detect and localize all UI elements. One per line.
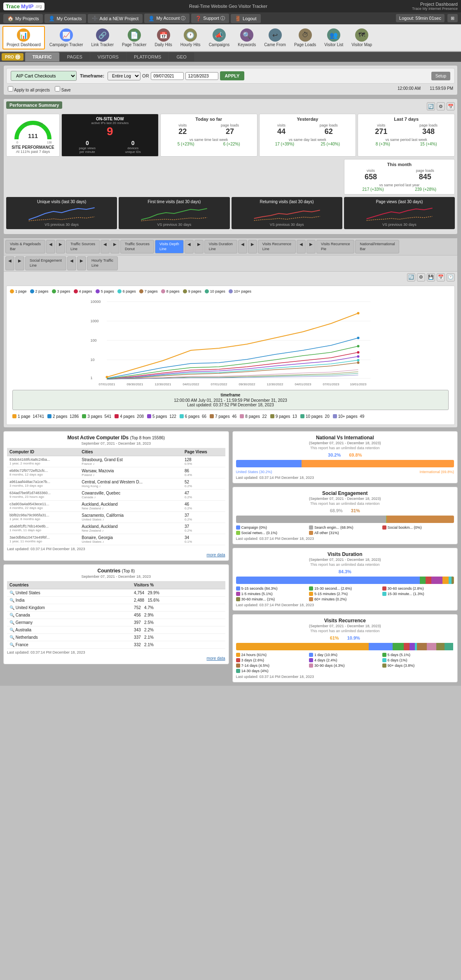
cell-computer-id: a961aaf448ac7a1ce7b... 3 months, 19 days… [7, 478, 79, 489]
tab-pages[interactable]: PAGES [60, 52, 90, 61]
chart-clock-icon[interactable]: 🕐 [447, 273, 455, 281]
toolbar-hourly-hits[interactable]: 🕐 Hourly Hits [177, 26, 204, 49]
apply-all-checkbox[interactable] [8, 86, 13, 91]
toolbar-visitor-list[interactable]: 👥 Visitor List [321, 26, 347, 49]
toolbar-daily-hits[interactable]: 📅 Daily Hits [151, 26, 176, 49]
gauge-panel: 111 0 70 100 130 SITE PERFORMANCE At 111… [6, 114, 60, 157]
nav-add-project[interactable]: ➕Add a NEW Project [88, 14, 143, 23]
nav-support[interactable]: ❓Support ⓘ [191, 14, 229, 23]
vrl-14-30: 14-30 days (4%) [236, 669, 308, 673]
tab-visits-recurrence-pie[interactable]: Visits RecurrencePie [316, 240, 354, 253]
nav-prev-4[interactable]: ◀ [238, 240, 247, 253]
toolbar-keywords[interactable]: 🔍 Keywords [234, 26, 260, 49]
end-date-input[interactable] [185, 72, 218, 80]
tab-social-engagement-line[interactable]: Social EngagementLine [25, 256, 66, 270]
toolbar-campaigns[interactable]: 📣 Campaigns [205, 26, 234, 49]
apply-all-label[interactable]: Apply to all projects [8, 86, 50, 92]
most-active-more[interactable]: more data [7, 553, 225, 557]
tab-visits-duration-line[interactable]: Visits DurationLine [204, 240, 237, 253]
project-select[interactable]: AIP Cart Checkouts [11, 71, 77, 81]
timeframe-range-select[interactable]: Entire Log [108, 72, 140, 80]
tab-visitors[interactable]: VISITORS [90, 52, 126, 61]
sl-label-3: 3 pages 541 [87, 414, 111, 419]
nav-prev-2[interactable]: ◀ [101, 240, 110, 253]
nav-next-7[interactable]: ▶ [77, 256, 86, 270]
vdl-1-5min: 1-5 minutes (5.1%) [236, 592, 308, 596]
chart-refresh-icon[interactable]: 🔄 [407, 273, 415, 281]
last7-visits-col: visits 271 [375, 123, 387, 136]
countries-updated: Last updated: 03:37:14 PM December 18, 2… [7, 650, 225, 654]
cell-city: Central, Central and Western D... Hong K… [79, 478, 182, 489]
toolbar-link-tracker[interactable]: 🔗 Link Tracker [88, 26, 117, 49]
logo-trace: Trace [6, 3, 20, 9]
nat-int-dates: (September 07, 2021 - December 18, 2023) [236, 441, 454, 445]
tab-visits-pageloads-bar[interactable]: Visits & PageloadsBar [5, 240, 45, 253]
sl-dot-2 [47, 414, 51, 418]
chart-download-icon[interactable]: 💾 [427, 273, 435, 281]
cell-visitors-pct: 752 4.7% [131, 604, 225, 611]
vis-dur-pct: 84.3% [236, 569, 454, 574]
tab-geo[interactable]: GEO [169, 52, 194, 61]
tab-national-bar[interactable]: National/InternationalBar [355, 240, 399, 253]
vis-dur-title: Visits Duration [236, 551, 454, 557]
cell-computer-id: 3ae3db8a10472e49f6f... 1 year, 11 months… [7, 534, 79, 545]
last7-vs-row: 8 (+3%) 15 (+4%) [360, 142, 452, 146]
toolbar-page-tracker[interactable]: 📄 Page Tracker [118, 26, 150, 49]
cell-computer-id: a5ab8f1ff176b140e8b... 1 month, 11 days … [7, 523, 79, 534]
tab-traffic-sources-line[interactable]: Traffic SourcesLine [66, 240, 100, 253]
tm-vs-visits: 217 (+33%) [363, 187, 384, 192]
vr-14-30days [445, 643, 453, 650]
nav-prev-6[interactable]: ◀ [5, 256, 14, 270]
legend-10pages: 10 pages [205, 289, 225, 293]
nav-prev-5[interactable]: ◀ [297, 240, 306, 253]
chart-settings-icon[interactable]: ⚙ [417, 273, 425, 281]
nav-prev-1[interactable]: ◀ [46, 240, 55, 253]
sl-dot-4 [115, 414, 119, 418]
countries-more[interactable]: more data [7, 656, 225, 661]
yesterday-loads: 62 [320, 127, 338, 136]
toolbar-page-loads[interactable]: ⏱ Page Loads [290, 26, 320, 49]
tab-platforms[interactable]: PLATFORMS [126, 52, 168, 61]
calendar-icon[interactable]: 📅 [447, 102, 455, 110]
tab-visits-recurrence-line[interactable]: Visits RecurrenceLine [258, 240, 296, 253]
tab-visits-depth-line[interactable]: Visits DepthLine [155, 240, 184, 253]
legend-1page: 1 page [10, 289, 27, 293]
nav-next-1[interactable]: ▶ [56, 240, 65, 253]
toolbar-came-from[interactable]: ↩ Came From [260, 26, 290, 49]
nav-next-6[interactable]: ▶ [15, 256, 24, 270]
tab-hourly-traffic-line[interactable]: Hourly TrafficLine [87, 256, 118, 270]
tab-traffic[interactable]: TRAFFIC [25, 52, 59, 61]
nav-next-2[interactable]: ▶ [110, 240, 119, 253]
setup-button[interactable]: Setup [431, 72, 450, 80]
settings-icon[interactable]: ⚙ [437, 102, 445, 110]
toolbar-project-dashboard[interactable]: 📊 Project Dashboard [2, 26, 45, 49]
yest-loads-label: page loads [320, 123, 338, 127]
nav-next-5[interactable]: ▶ [307, 240, 316, 253]
pro-version-badge: PRO ⓘ [2, 53, 23, 61]
save-checkbox[interactable] [55, 86, 60, 91]
nav-my-account[interactable]: 👤My Account ⓘ [144, 14, 190, 23]
nav-prev-3[interactable]: ◀ [185, 240, 194, 253]
tab-traffic-donut[interactable]: Traffic SourcesDonut [120, 240, 154, 253]
thismonth-visits: 658 [365, 173, 377, 181]
nav-next-4[interactable]: ▶ [248, 240, 257, 253]
nav-prev-7[interactable]: ◀ [67, 256, 76, 270]
countries-table: Countries Visitors % 🔍 United States 4,7… [7, 581, 225, 649]
toolbar-campaign-tracker[interactable]: 📈 Campaign Tracker [46, 26, 87, 49]
vrl-label-9: 90+ days (3.8%) [388, 663, 415, 668]
refresh-icon[interactable]: 🔄 [427, 102, 435, 110]
nav-my-contacts[interactable]: 👤My Contacts [44, 14, 86, 23]
toolbar-visitor-map[interactable]: 🗺 Visitor Map [348, 26, 376, 49]
nav-next-3[interactable]: ▶ [194, 240, 204, 253]
apply-button[interactable]: APPLY [220, 71, 245, 80]
nav-my-projects[interactable]: 🏠My Projects [3, 14, 43, 23]
site-perf-label: SITE PERFORMANCE [9, 145, 57, 150]
nav-logout[interactable]: 🚪Logout [231, 14, 261, 23]
save-label[interactable]: Save [55, 86, 71, 92]
y-label-1: 1 [91, 376, 93, 380]
lg-dot-bookmark [382, 525, 386, 530]
cell-country: 🔍 Australia [7, 626, 131, 633]
grid-icon[interactable]: ⊞ [447, 14, 458, 22]
start-date-input[interactable] [151, 72, 184, 80]
chart-calendar-icon[interactable]: 📅 [437, 273, 445, 281]
